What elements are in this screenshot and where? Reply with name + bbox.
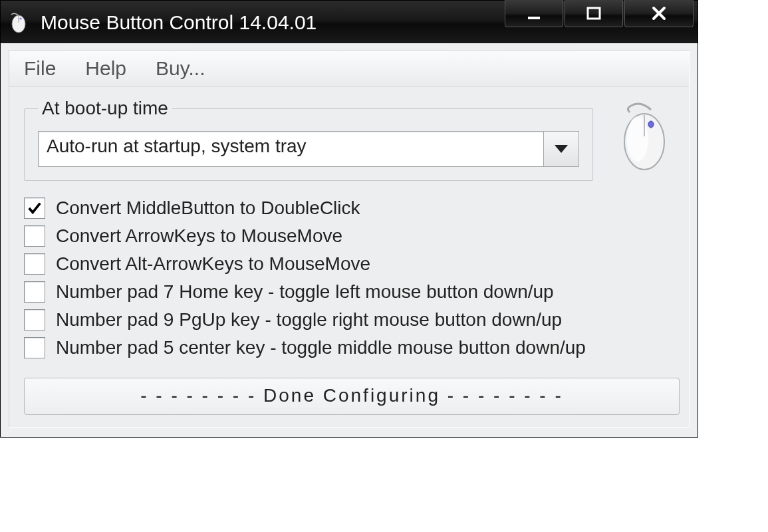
titlebar[interactable]: Mouse Button Control 14.04.01	[1, 1, 698, 43]
option-row: Convert MiddleButton to DoubleClick	[24, 194, 680, 222]
close-button[interactable]	[624, 0, 694, 27]
chevron-down-icon	[555, 145, 568, 153]
combobox-dropdown-button[interactable]	[543, 132, 578, 166]
svg-point-2	[19, 17, 21, 19]
menu-file[interactable]: File	[12, 53, 73, 85]
menu-help[interactable]: Help	[73, 53, 144, 85]
svg-point-6	[627, 116, 648, 162]
option-row: Number pad 5 center key - toggle middle …	[24, 334, 680, 362]
option-checkbox[interactable]	[24, 225, 45, 247]
menubar: File Help Buy...	[9, 51, 689, 87]
bootup-fieldset: At boot-up time Auto-run at startup, sys…	[24, 98, 593, 181]
option-checkbox[interactable]	[24, 337, 45, 358]
app-window: Mouse Button Control 14.04.01 File Help …	[0, 0, 698, 438]
option-label: Number pad 5 center key - toggle middle …	[56, 337, 586, 358]
maximize-button[interactable]	[565, 0, 623, 27]
window-title: Mouse Button Control 14.04.01	[41, 10, 505, 34]
option-row: Number pad 7 Home key - toggle left mous…	[24, 278, 680, 306]
svg-rect-3	[528, 17, 540, 19]
done-configuring-button[interactable]: - - - - - - - - Done Configuring - - - -…	[24, 378, 680, 415]
svg-point-8	[648, 121, 654, 128]
option-row: Convert ArrowKeys to MouseMove	[24, 222, 680, 250]
option-label: Number pad 9 PgUp key - toggle right mou…	[56, 309, 562, 331]
option-row: Convert Alt-ArrowKeys to MouseMove	[24, 250, 680, 278]
option-label: Convert MiddleButton to DoubleClick	[56, 198, 360, 219]
mouse-icon	[606, 94, 680, 174]
content-area: At boot-up time Auto-run at startup, sys…	[9, 87, 689, 427]
bootup-legend: At boot-up time	[38, 98, 172, 119]
client-area: File Help Buy... At boot-up time Auto-ru…	[1, 43, 698, 437]
option-label: Number pad 7 Home key - toggle left mous…	[56, 281, 554, 303]
option-checkbox[interactable]	[24, 198, 45, 219]
option-checkbox[interactable]	[24, 281, 45, 303]
bootup-selected-text: Auto-run at startup, system tray	[39, 132, 543, 166]
options-list: Convert MiddleButton to DoubleClickConve…	[24, 194, 680, 362]
menu-buy[interactable]: Buy...	[144, 53, 222, 85]
window-controls	[505, 0, 694, 27]
option-checkbox[interactable]	[24, 253, 45, 275]
option-checkbox[interactable]	[24, 309, 45, 331]
inner-panel: File Help Buy... At boot-up time Auto-ru…	[9, 50, 690, 428]
svg-rect-4	[588, 8, 600, 19]
option-label: Convert ArrowKeys to MouseMove	[56, 225, 342, 247]
minimize-button[interactable]	[505, 0, 563, 27]
option-label: Convert Alt-ArrowKeys to MouseMove	[56, 253, 370, 275]
option-row: Number pad 9 PgUp key - toggle right mou…	[24, 306, 680, 334]
app-icon	[6, 9, 31, 35]
bootup-combobox[interactable]: Auto-run at startup, system tray	[38, 131, 579, 167]
